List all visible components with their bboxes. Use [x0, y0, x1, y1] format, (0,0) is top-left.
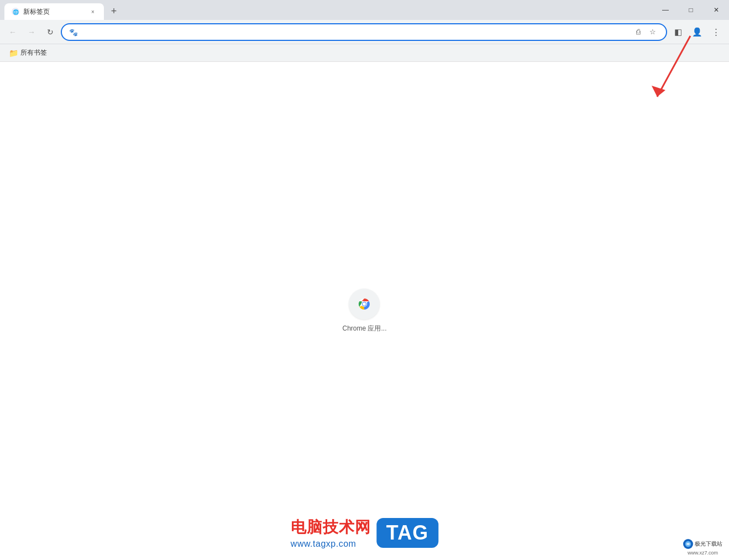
menu-icon: ⋮: [712, 27, 720, 37]
chrome-icon-circle: [349, 289, 380, 320]
bookmark-button[interactable]: ☆: [646, 25, 659, 39]
jiguang-icon: [684, 540, 692, 548]
share-button[interactable]: ⎙: [632, 25, 645, 39]
watermark: 电脑技术网 www.tagxp.com TAG: [291, 517, 438, 549]
reload-button[interactable]: ↻: [42, 24, 59, 40]
svg-text:🌐: 🌐: [13, 9, 19, 15]
minimize-icon: —: [662, 6, 669, 14]
close-icon: ✕: [714, 6, 719, 14]
profile-icon: 👤: [692, 27, 702, 37]
watermark-url: www.tagxp.com: [291, 539, 356, 549]
svg-text:🐾: 🐾: [69, 28, 77, 36]
title-bar: 🌐 新标签页 × + — □ ✕: [0, 0, 729, 20]
maximize-button[interactable]: □: [678, 0, 704, 20]
bookmark-label: 所有书签: [20, 48, 47, 57]
folder-icon: 📁: [9, 49, 18, 57]
bookmark-icon: ☆: [649, 28, 656, 36]
forward-button[interactable]: →: [23, 24, 40, 40]
tab-close-button[interactable]: ×: [88, 7, 97, 16]
forward-icon: →: [28, 28, 35, 36]
tab-strip: 🌐 新标签页 × +: [0, 0, 122, 20]
bottom-right-watermark: 极光下载站 www.xz7.com: [683, 539, 722, 556]
maximize-icon: □: [689, 6, 693, 14]
address-favicon-icon: 🐾: [69, 28, 77, 36]
address-bar[interactable]: 🐾 ⎙ ☆: [61, 23, 667, 41]
new-tab-button[interactable]: +: [106, 3, 122, 19]
toolbar-actions: ◧ 👤 ⋮: [669, 23, 725, 41]
tab-favicon-icon: 🌐: [11, 7, 20, 16]
split-view-button[interactable]: ◧: [669, 23, 687, 41]
back-icon: ←: [9, 28, 17, 36]
svg-point-6: [363, 302, 366, 306]
split-view-icon: ◧: [674, 27, 682, 37]
minimize-button[interactable]: —: [653, 0, 678, 20]
tag-badge: TAG: [376, 518, 438, 548]
jiguang-label: 极光下载站: [695, 540, 722, 548]
address-actions: ⎙ ☆: [632, 25, 659, 39]
back-button[interactable]: ←: [4, 24, 21, 40]
jiguang-url: www.xz7.com: [688, 550, 718, 556]
watermark-text-block: 电脑技术网 www.tagxp.com: [291, 517, 371, 549]
chrome-app-label: Chrome 应用...: [342, 324, 386, 333]
main-content: Chrome 应用... 电脑技术网 www.tagxp.com TAG 极光下…: [0, 62, 729, 560]
chrome-logo-icon: [355, 295, 373, 313]
address-input[interactable]: [81, 28, 628, 36]
active-tab[interactable]: 🌐 新标签页 ×: [4, 3, 104, 20]
menu-button[interactable]: ⋮: [707, 23, 725, 41]
profile-button[interactable]: 👤: [688, 23, 706, 41]
bookmark-item-all[interactable]: 📁 所有书签: [4, 47, 51, 59]
tab-title: 新标签页: [23, 7, 85, 17]
window-controls: — □ ✕: [653, 0, 729, 20]
bookmarks-bar: 📁 所有书签: [0, 44, 729, 62]
chrome-app-shortcut[interactable]: Chrome 应用...: [342, 289, 386, 333]
nav-bar: ← → ↻ 🐾 ⎙ ☆ ◧ 👤 ⋮: [0, 20, 729, 44]
reload-icon: ↻: [47, 28, 54, 36]
watermark-title: 电脑技术网: [291, 517, 371, 538]
share-icon: ⎙: [636, 28, 641, 36]
close-button[interactable]: ✕: [704, 0, 729, 20]
